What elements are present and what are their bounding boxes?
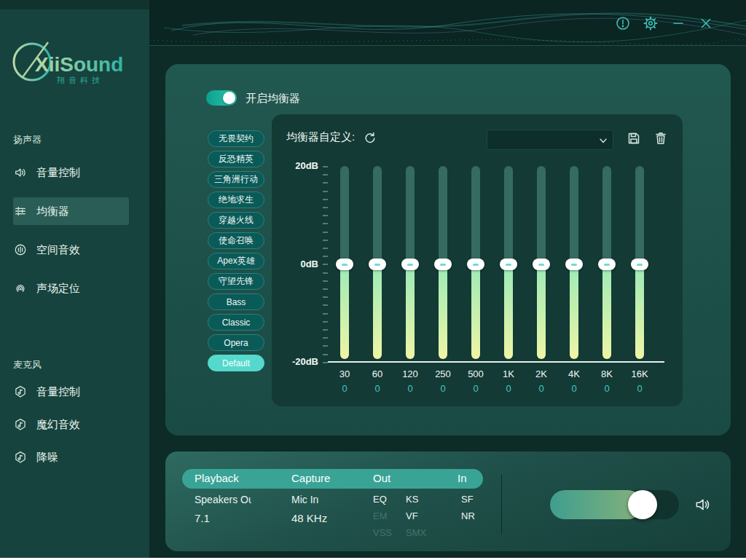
chevron-down-icon [599,136,608,145]
slider-track-upper[interactable] [537,166,546,264]
slider-knob[interactable] [401,259,419,270]
sidebar: XiiSound 翔音科技 扬声器 音量控制 均衡器 空间音效 [0,0,149,558]
status-tab-playback: Playback [195,472,239,484]
slider-knob[interactable] [369,259,386,270]
sound-field-icon [14,282,27,295]
eq-band: 4K 0 [558,166,590,399]
window-controls [613,13,716,33]
preset-button[interactable]: 穿越火线 [208,212,264,229]
delete-button[interactable] [653,131,668,146]
sidebar-item-sound-field[interactable]: 声场定位 [0,275,149,302]
playback-device: Speakers Out [195,494,251,505]
info-icon [616,16,630,31]
band-value: 0 [361,383,393,394]
sidebar-item-spatial-audio[interactable]: 空间音效 [0,236,149,264]
slider-track-upper[interactable] [504,166,513,264]
slider-track-lower[interactable] [471,264,480,359]
slider-track-lower[interactable] [504,264,513,359]
reset-button[interactable] [363,131,377,146]
close-button[interactable] [696,13,716,33]
equalizer-toggle-label: 开启均衡器 [246,92,300,106]
preset-button[interactable]: Apex英雄 [208,253,264,269]
slider-track-upper[interactable] [635,166,644,264]
preset-select-dropdown[interactable] [487,130,613,150]
capture-device: Mic In [291,494,318,505]
section-label-microphone: 麦克风 [13,358,42,371]
slider-track-lower[interactable] [406,264,415,359]
preset-button[interactable]: 守望先锋 [208,273,264,290]
eq-band: 1K 0 [492,166,525,399]
slider-track-upper[interactable] [373,166,382,264]
sidebar-item-mic-volume[interactable]: 音量控制 [0,378,149,406]
status-panel: Playback Capture Out In Speakers Out 7.1… [165,451,731,551]
info-button[interactable] [613,13,633,33]
sidebar-item-label: 降噪 [36,451,58,465]
slider-track-lower[interactable] [570,264,578,359]
band-value: 0 [460,383,492,394]
minimize-button[interactable] [668,13,688,33]
sidebar-item-speaker-volume[interactable]: 音量控制 [0,159,149,186]
mic-note-icon [14,418,27,431]
band-frequency: 120 [394,368,426,379]
eq-band: 120 0 [394,166,426,399]
brand-wordmark: XiiSound [35,53,123,76]
slider-track-lower[interactable] [439,264,447,359]
preset-button[interactable]: 反恐精英 [208,151,264,167]
speaker-icon [14,166,27,179]
preset-button[interactable]: 无畏契约 [208,130,264,147]
slider-knob[interactable] [631,259,648,270]
slider-knob[interactable] [336,259,353,270]
slider-track-upper[interactable] [340,166,349,264]
slider-track-lower[interactable] [373,264,382,359]
slider-knob[interactable] [565,259,583,270]
eq-band: 2K 0 [525,166,557,399]
slider-knob[interactable] [533,259,550,270]
slider-track-upper[interactable] [406,166,415,264]
sidebar-item-label: 声场定位 [36,282,80,296]
equalizer-custom-panel: 均衡器自定义: [272,114,683,406]
volume-knob[interactable] [628,490,657,519]
sidebar-item-noise-reduction[interactable]: 降噪 [0,443,149,471]
preset-button[interactable]: 绝地求生 [208,192,264,208]
band-value: 0 [558,383,590,394]
preset-button[interactable]: Opera [208,334,264,351]
slider-track-upper[interactable] [471,166,480,264]
gear-icon [643,16,658,31]
save-button[interactable] [627,131,641,146]
preset-button[interactable]: Classic [208,314,264,331]
sidebar-item-equalizer[interactable]: 均衡器 [13,197,129,225]
slider-track-lower[interactable] [602,264,611,359]
volume-slider[interactable] [550,490,679,519]
slider-track-lower[interactable] [635,264,644,359]
slider-track-lower[interactable] [340,264,349,359]
band-frequency: 500 [460,368,492,379]
toggle-knob [223,92,235,104]
scale-label-top: 20dB [280,160,318,171]
slider-knob[interactable] [598,259,616,270]
scale-label-mid: 0dB [280,259,318,269]
slider-knob[interactable] [434,259,452,270]
equalizer-enable-toggle[interactable] [206,90,237,106]
titlebar [149,0,746,46]
scale-ticks [323,166,328,364]
preset-button[interactable]: Bass [208,293,264,310]
sidebar-item-label: 魔幻音效 [36,418,80,432]
slider-track-upper[interactable] [570,166,578,264]
slider-knob[interactable] [500,259,517,270]
slider-track-upper[interactable] [439,166,447,264]
status-flag: EM [373,510,388,521]
slider-knob[interactable] [467,259,484,270]
preset-button[interactable]: 使命召唤 [208,232,264,249]
spatial-audio-icon [14,243,27,256]
status-flag: EQ [373,494,387,505]
slider-track-upper[interactable] [602,166,611,264]
settings-button[interactable] [640,13,661,33]
mic-note-icon [14,385,27,398]
eq-baseline [328,361,664,363]
sidebar-item-magic-effects[interactable]: 魔幻音效 [0,411,149,438]
preset-button[interactable]: 三角洲行动 [208,171,264,188]
slider-track-lower[interactable] [537,264,546,359]
preset-button[interactable]: Default [208,355,264,371]
band-value: 0 [427,383,459,394]
band-frequency: 60 [361,368,393,379]
